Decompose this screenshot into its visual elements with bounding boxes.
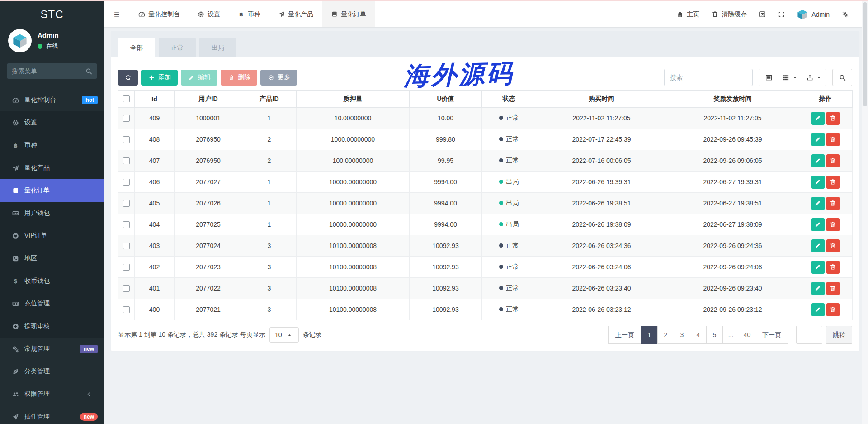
row-checkbox[interactable] — [123, 243, 130, 249]
sidebar-item-receive-wallet[interactable]: $收币钱包 — [0, 270, 104, 292]
home-button[interactable]: 主页 — [670, 1, 705, 27]
fullscreen-button[interactable] — [772, 1, 791, 27]
row-checkbox[interactable] — [123, 179, 130, 186]
cell-buy_time: 2022-06-26 19:39:31 — [536, 172, 667, 193]
add-button[interactable]: 添加 — [141, 70, 178, 86]
page-button-3[interactable]: 3 — [674, 326, 690, 344]
row-checkbox[interactable] — [123, 306, 130, 313]
sidebar-item-dashboard[interactable]: 量化控制台hot — [0, 89, 104, 111]
edit-row-button[interactable] — [811, 133, 825, 146]
column-header: 用户ID — [175, 91, 242, 108]
sidebar-item-plugin[interactable]: 插件管理new — [0, 405, 104, 424]
dollar-icon: $ — [11, 277, 20, 285]
delete-row-button[interactable] — [826, 176, 840, 189]
scrollbar[interactable] — [862, 1, 868, 424]
chevron-left-icon — [84, 391, 94, 398]
edit-row-button[interactable] — [811, 197, 825, 210]
next-page-button[interactable]: 下一页 — [755, 326, 788, 344]
sidebar-item-user-wallet[interactable]: 用户钱包 — [0, 202, 104, 224]
filter-tab-out[interactable]: 出局 — [199, 38, 236, 57]
edit-button[interactable]: 编辑 — [181, 70, 217, 86]
row-checkbox[interactable] — [123, 264, 130, 271]
sidebar-item-region[interactable]: 地区 — [0, 247, 104, 270]
page-size-select[interactable]: 10 — [269, 327, 299, 343]
row-checkbox[interactable] — [123, 157, 130, 164]
refresh-button[interactable] — [118, 70, 138, 86]
table-search-input[interactable] — [664, 69, 753, 86]
cell-user_id: 2077022 — [175, 278, 242, 299]
sidebar-item-withdraw-audit[interactable]: 提现审核 — [0, 315, 104, 338]
detail-view-button[interactable] — [759, 69, 778, 86]
row-checkbox[interactable] — [123, 115, 130, 122]
edit-row-button[interactable] — [811, 261, 825, 274]
sidebar-item-quant-products[interactable]: 量化产品 — [0, 157, 104, 179]
page-button-5[interactable]: 5 — [706, 326, 723, 344]
row-checkbox[interactable] — [123, 136, 130, 143]
delete-button[interactable]: 删除 — [221, 70, 257, 86]
column-header: 奖励发放时间 — [667, 91, 798, 108]
edit-row-button[interactable] — [811, 303, 825, 316]
delete-row-button[interactable] — [826, 303, 840, 316]
delete-row-button[interactable] — [826, 261, 840, 274]
page-button-2[interactable]: 2 — [657, 326, 674, 344]
sidebar-item-permission[interactable]: 权限管理 — [0, 383, 104, 405]
sidebar-toggle-icon[interactable]: ≡ — [104, 1, 129, 27]
delete-row-button[interactable] — [826, 282, 840, 295]
table-header-row: Id用户ID产品ID质押量U价值状态购买时间奖励发放时间操作 — [118, 91, 853, 108]
export-button[interactable] — [802, 69, 826, 86]
edit-row-button[interactable] — [811, 282, 825, 295]
edit-row-button[interactable] — [811, 218, 825, 231]
select-all-checkbox[interactable] — [123, 95, 130, 102]
cell-actions — [798, 129, 853, 150]
cell-id: 405 — [135, 193, 175, 214]
prev-page-button[interactable]: 上一页 — [608, 326, 642, 344]
sidebar-item-category[interactable]: 分类管理 — [0, 360, 104, 383]
filter-tab-all[interactable]: 全部 — [118, 38, 155, 57]
edit-row-button[interactable] — [811, 154, 825, 167]
language-button[interactable] — [753, 1, 772, 27]
cell-user_id: 2076950 — [175, 150, 242, 172]
sidebar-item-general[interactable]: 常规管理new — [0, 338, 104, 360]
record-summary-prefix: 显示第 1 到第 10 条记录，总共 392 条记录 每页显示 — [118, 331, 265, 339]
delete-row-button[interactable] — [826, 133, 840, 146]
user-menu[interactable]: Admin — [791, 1, 835, 27]
navbar-tab-settings[interactable]: 设置 — [189, 1, 229, 27]
cell-reward_time: 2022-09-26 09:23:12 — [667, 299, 798, 320]
column-header: 状态 — [482, 91, 536, 108]
navbar-tab-quant-products[interactable]: 量化产品 — [269, 1, 322, 27]
delete-row-button[interactable] — [826, 239, 840, 252]
search-toggle-button[interactable] — [832, 69, 852, 86]
edit-row-button[interactable] — [811, 176, 825, 189]
trash-icon — [227, 74, 235, 81]
edit-row-button[interactable] — [811, 239, 825, 252]
jump-button[interactable]: 跳转 — [826, 326, 852, 344]
sidebar-search-input[interactable] — [12, 67, 82, 75]
settings-menu[interactable] — [835, 1, 854, 27]
sidebar-item-settings[interactable]: 设置 — [0, 111, 104, 134]
clear-cache-button[interactable]: 清除缓存 — [705, 1, 753, 27]
page-button-1[interactable]: 1 — [641, 326, 658, 344]
delete-row-button[interactable] — [826, 154, 840, 167]
columns-button[interactable] — [778, 69, 802, 86]
row-checkbox[interactable] — [123, 200, 130, 207]
jump-page-input[interactable] — [796, 326, 822, 344]
row-checkbox[interactable] — [123, 221, 130, 228]
more-button[interactable]: 更多 — [260, 70, 297, 86]
delete-row-button[interactable] — [826, 218, 840, 231]
navbar-tab-quant-orders[interactable]: 量化订单 — [322, 1, 375, 27]
delete-row-button[interactable] — [826, 112, 840, 125]
sidebar-item-recharge[interactable]: 充值管理 — [0, 292, 104, 315]
sidebar-item-coins[interactable]: ฿币种 — [0, 134, 104, 157]
page-button-40[interactable]: 40 — [739, 326, 755, 344]
navbar-tab-coins[interactable]: ฿币种 — [229, 1, 269, 27]
edit-row-button[interactable] — [811, 112, 825, 125]
scrollbar-thumb[interactable] — [863, 2, 867, 106]
navbar-tab-dashboard[interactable]: 量化控制台 — [129, 1, 189, 27]
filter-tab-normal[interactable]: 正常 — [159, 38, 196, 57]
delete-row-button[interactable] — [826, 197, 840, 210]
cell-actions — [798, 172, 853, 193]
page-button-4[interactable]: 4 — [690, 326, 707, 344]
row-checkbox[interactable] — [123, 285, 130, 292]
sidebar-item-vip-orders[interactable]: VIP订单 — [0, 224, 104, 247]
sidebar-item-quant-orders[interactable]: 量化订单 — [0, 179, 104, 202]
